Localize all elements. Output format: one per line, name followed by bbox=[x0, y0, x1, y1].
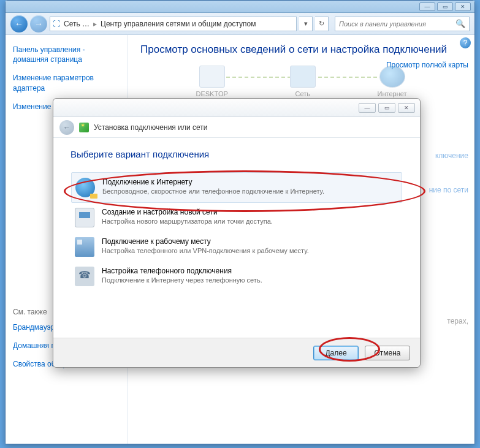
page-title: Просмотр основных сведений о сети и наст… bbox=[140, 44, 462, 56]
close-button[interactable]: ✕ bbox=[455, 2, 471, 11]
option-connect-workplace[interactable]: Подключение к рабочему месту Настройка т… bbox=[71, 232, 402, 262]
new-connection-link-fragment[interactable]: ние по сети bbox=[429, 186, 468, 194]
node-internet: Интернет bbox=[378, 66, 407, 97]
connect-link[interactable]: ключение bbox=[435, 151, 468, 160]
search-box[interactable]: 🔍 bbox=[335, 17, 470, 31]
dialog-heading: Выберите вариант подключения bbox=[70, 149, 403, 159]
help-button[interactable]: ? bbox=[460, 37, 471, 48]
option-title: Настройка телефонного подключения bbox=[102, 267, 262, 275]
network-icon bbox=[290, 66, 316, 88]
option-desc: Беспроводное, скоростное или телефонное … bbox=[102, 188, 324, 195]
next-button[interactable]: Далее bbox=[313, 346, 359, 360]
option-connect-internet[interactable]: Подключение к Интернету Беспроводное, ск… bbox=[71, 172, 402, 203]
address-bar[interactable]: ⛶ Сеть … ▸ Центр управления сетями и общ… bbox=[50, 17, 297, 31]
search-input[interactable] bbox=[339, 20, 449, 28]
address-dropdown[interactable]: ▾ bbox=[299, 17, 313, 31]
minimize-button[interactable]: — bbox=[419, 2, 435, 11]
dialog-minimize-button[interactable]: — bbox=[359, 103, 376, 113]
refresh-button[interactable]: ↻ bbox=[315, 17, 329, 31]
window-titlebar: — ▭ ✕ bbox=[6, 1, 474, 13]
dialog-title: Установка подключения или сети bbox=[94, 123, 207, 132]
connection-options-list: Подключение к Интернету Беспроводное, ск… bbox=[70, 172, 403, 292]
option-desc: Настройка нового маршрутизатора или точк… bbox=[102, 218, 273, 225]
computer-icon bbox=[199, 66, 225, 88]
breadcrumb-network[interactable]: Сеть … bbox=[64, 20, 90, 28]
option-title: Подключение к Интернету bbox=[102, 178, 324, 186]
node-label: Интернет bbox=[378, 90, 407, 97]
cancel-button[interactable]: Отмена bbox=[365, 346, 410, 360]
dialog-maximize-button[interactable]: ▭ bbox=[378, 103, 395, 113]
forward-button[interactable]: → bbox=[30, 15, 47, 32]
printers-link-fragment: терах, bbox=[447, 317, 468, 325]
wizard-icon bbox=[79, 123, 89, 132]
node-network: Сеть bbox=[290, 66, 316, 97]
breadcrumb-sep-icon: ▸ bbox=[93, 20, 97, 28]
phone-icon bbox=[75, 267, 94, 286]
router-icon bbox=[75, 208, 94, 227]
node-label: Сеть bbox=[295, 90, 310, 97]
dialog-header: ← Установка подключения или сети bbox=[53, 117, 420, 138]
sidebar-adapter-link[interactable]: Изменение параметров адаптера bbox=[13, 73, 120, 93]
dialog-titlebar: — ▭ ✕ bbox=[53, 99, 420, 117]
network-map: DESKTOP Сеть Интернет bbox=[165, 66, 438, 97]
node-label: DESKTOP bbox=[196, 90, 227, 97]
breadcrumb-page[interactable]: Центр управления сетями и общим доступом bbox=[101, 20, 256, 28]
back-button[interactable]: ← bbox=[10, 15, 28, 32]
maximize-button[interactable]: ▭ bbox=[437, 2, 453, 11]
dialog-close-button[interactable]: ✕ bbox=[398, 103, 415, 113]
dialog-back-button[interactable]: ← bbox=[59, 120, 74, 135]
dialog-body: Выберите вариант подключения Подключение… bbox=[53, 138, 420, 338]
option-dialup[interactable]: Настройка телефонного подключения Подклю… bbox=[71, 262, 402, 291]
node-this-pc: DESKTOP bbox=[196, 66, 227, 97]
setup-connection-dialog: — ▭ ✕ ← Установка подключения или сети В… bbox=[53, 98, 421, 368]
option-title: Создание и настройка новой сети bbox=[102, 208, 273, 216]
option-desc: Настройка телефонного или VPN-подключени… bbox=[102, 247, 309, 254]
navigation-bar: ← → ⛶ Сеть … ▸ Центр управления сетями и… bbox=[6, 13, 474, 35]
option-title: Подключение к рабочему месту bbox=[102, 237, 309, 246]
dialog-footer: Далее Отмена bbox=[53, 338, 420, 367]
option-setup-new-network[interactable]: Создание и настройка новой сети Настройк… bbox=[71, 203, 402, 232]
network-icon: ⛶ bbox=[53, 20, 60, 28]
option-desc: Подключение к Интернету через телефонную… bbox=[102, 276, 262, 284]
globe-icon bbox=[75, 178, 95, 197]
office-icon bbox=[75, 237, 94, 257]
search-icon: 🔍 bbox=[455, 19, 465, 28]
sidebar-home-link[interactable]: Панель управления - домашняя страница bbox=[13, 45, 120, 64]
globe-icon bbox=[379, 66, 405, 88]
